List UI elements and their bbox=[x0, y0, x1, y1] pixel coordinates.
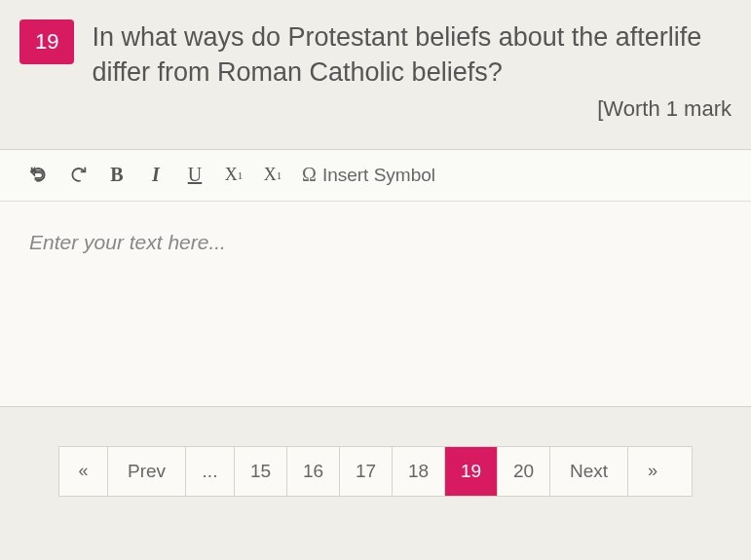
pager-page-15[interactable]: 15 bbox=[235, 447, 287, 496]
question-text: In what ways do Protestant beliefs about… bbox=[92, 19, 732, 91]
question-pager: « Prev ... 15 16 17 18 19 20 Next » bbox=[58, 446, 693, 497]
pager-page-17[interactable]: 17 bbox=[340, 447, 393, 496]
redo-icon bbox=[67, 165, 89, 186]
pager-page-19[interactable]: 19 bbox=[445, 447, 498, 496]
question-number-badge: 19 bbox=[19, 19, 74, 64]
omega-icon: Ω bbox=[302, 164, 317, 186]
editor-container: B I U X1 X1 Ω Insert Symbol Enter your t… bbox=[0, 149, 751, 407]
superscript-base: X bbox=[264, 165, 277, 185]
superscript-sup: 1 bbox=[277, 169, 282, 181]
superscript-button[interactable]: X1 bbox=[253, 160, 292, 191]
answer-textarea[interactable]: Enter your text here... bbox=[0, 202, 751, 406]
pager-first-button[interactable]: « bbox=[59, 447, 108, 496]
pager-page-18[interactable]: 18 bbox=[393, 447, 445, 496]
underline-button[interactable]: U bbox=[175, 160, 214, 191]
pager-last-button[interactable]: » bbox=[628, 447, 677, 496]
pager-prev-button[interactable]: Prev bbox=[108, 447, 186, 496]
insert-symbol-label: Insert Symbol bbox=[322, 165, 435, 186]
undo-button[interactable] bbox=[19, 160, 58, 191]
pager-ellipsis[interactable]: ... bbox=[186, 447, 235, 496]
subscript-button[interactable]: X1 bbox=[214, 160, 253, 191]
editor-toolbar: B I U X1 X1 Ω Insert Symbol bbox=[0, 150, 751, 202]
insert-symbol-button[interactable]: Ω Insert Symbol bbox=[292, 164, 445, 186]
italic-button[interactable]: I bbox=[136, 160, 175, 191]
redo-button[interactable] bbox=[58, 160, 97, 191]
question-header: 19 In what ways do Protestant beliefs ab… bbox=[0, 0, 751, 131]
undo-icon bbox=[28, 165, 50, 186]
subscript-sub: 1 bbox=[238, 169, 244, 181]
pager-next-button[interactable]: Next bbox=[550, 447, 628, 496]
pager-page-16[interactable]: 16 bbox=[287, 447, 340, 496]
question-worth: [Worth 1 mark bbox=[92, 96, 732, 122]
bold-button[interactable]: B bbox=[97, 160, 136, 191]
pager-page-20[interactable]: 20 bbox=[498, 447, 550, 496]
subscript-base: X bbox=[225, 165, 238, 185]
